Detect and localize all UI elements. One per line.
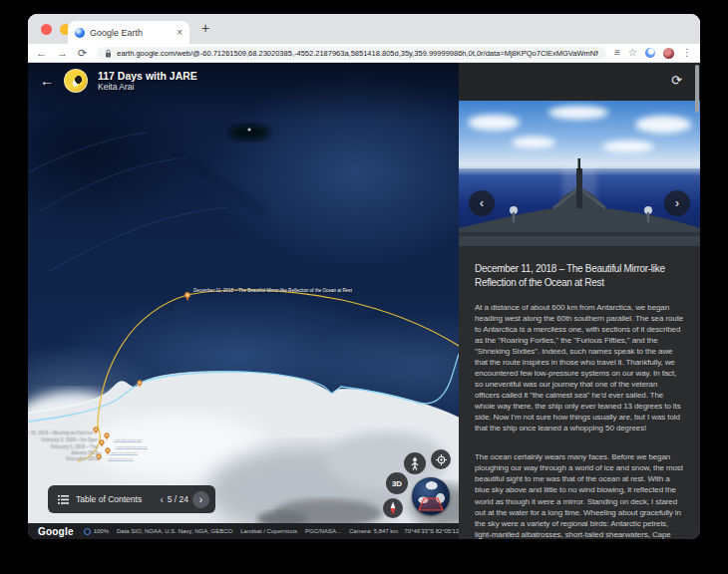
story-author-avatar[interactable] bbox=[64, 69, 88, 93]
map-label-dec[interactable]: December 2018 – bbox=[66, 456, 102, 461]
close-tab-icon[interactable]: × bbox=[177, 27, 182, 38]
photo-next-button[interactable]: › bbox=[664, 190, 690, 216]
page-content: ← 117 Days with JARE Keita Arai December… bbox=[28, 63, 700, 539]
lock-icon bbox=[105, 49, 112, 58]
chapter-paragraph-1: At a distance of about 600 km from Antar… bbox=[475, 302, 684, 433]
map-label-feb1[interactable]: February 1, 2019 – The bbox=[51, 444, 98, 449]
chapter-counter: 5 / 24 bbox=[168, 494, 188, 504]
map-label-jan[interactable]: January 2019 – bbox=[71, 450, 102, 455]
story-panel-header: ⟳ bbox=[459, 63, 700, 101]
back-icon-map[interactable]: ← bbox=[40, 73, 54, 89]
compass-needle-icon bbox=[387, 501, 399, 515]
zoom-circle-icon bbox=[84, 528, 91, 535]
tab-title: Google Earth bbox=[90, 28, 172, 38]
address-bar[interactable]: earth.google.com/web/@-60.71261509,68.23… bbox=[97, 47, 606, 60]
forward-icon[interactable]: → bbox=[57, 48, 68, 59]
attribution-landsat: Landsat / Copernicus bbox=[240, 528, 297, 534]
map-pins bbox=[94, 292, 190, 461]
route-waypoint-label[interactable]: December 11, 2018 – The Beautiful Mirror… bbox=[193, 288, 352, 293]
refresh-icon[interactable]: ⟳ bbox=[671, 73, 682, 88]
camera-altitude: Camera: 5,847 km bbox=[349, 528, 398, 534]
view-frustum-icon bbox=[412, 477, 450, 515]
pegman-icon bbox=[410, 457, 420, 470]
story-title: 117 Days with JARE bbox=[98, 70, 197, 82]
new-tab-button[interactable]: + bbox=[201, 20, 209, 36]
story-text: December 11, 2018 – The Beautiful Mirror… bbox=[459, 246, 700, 539]
google-earth-favicon-icon bbox=[75, 28, 85, 38]
desktop-background: Google Earth × + ← → ⟳ earth.google.com/… bbox=[0, 0, 728, 574]
table-of-contents-bar[interactable]: Table of Contents ‹ 5 / 24 › bbox=[48, 485, 215, 513]
url-text[interactable]: earth.google.com/web/@-60.71261509,68.23… bbox=[117, 49, 598, 58]
zoom-level[interactable]: 100% bbox=[84, 528, 109, 535]
profile-avatar[interactable] bbox=[663, 48, 674, 59]
close-window-button[interactable] bbox=[41, 24, 52, 35]
ocean-photo-graphic bbox=[459, 101, 700, 246]
overview-globe[interactable] bbox=[412, 477, 450, 515]
attribution-pgc: PGC/NASA... bbox=[305, 528, 341, 534]
story-header: ← 117 Days with JARE Keita Arai bbox=[28, 63, 197, 93]
previous-chapter-icon[interactable]: ‹ bbox=[160, 494, 163, 505]
map-label-dec-ja[interactable]: ………………… bbox=[108, 455, 133, 460]
photo-previous-button[interactable]: ‹ bbox=[469, 190, 495, 216]
extension-icon[interactable] bbox=[645, 48, 655, 58]
chapter-paragraph-2: The ocean certainly wears many faces. Be… bbox=[475, 451, 684, 539]
earth-map-area[interactable]: ← 117 Days with JARE Keita Arai December… bbox=[28, 63, 459, 539]
my-location-icon bbox=[436, 454, 447, 465]
reading-list-icon[interactable]: ≡ bbox=[614, 48, 620, 58]
browser-window: Google Earth × + ← → ⟳ earth.google.com/… bbox=[28, 14, 700, 539]
google-logo: Google bbox=[38, 526, 74, 537]
chapter-title: December 11, 2018 – The Beautiful Mirror… bbox=[475, 262, 684, 290]
tab-google-earth[interactable]: Google Earth × bbox=[68, 21, 189, 44]
toc-list-icon bbox=[58, 495, 69, 504]
story-panel: ⟳ bbox=[459, 63, 700, 539]
pegman-streetview-button[interactable] bbox=[404, 452, 426, 474]
browser-toolbar: ← → ⟳ earth.google.com/web/@-60.71261509… bbox=[28, 44, 700, 63]
bookmark-star-icon[interactable]: ☆ bbox=[628, 48, 637, 58]
story-photo: ‹ › bbox=[459, 101, 700, 246]
next-chapter-button[interactable]: › bbox=[192, 491, 209, 508]
story-author: Keita Arai bbox=[98, 82, 197, 92]
back-icon[interactable]: ← bbox=[36, 48, 47, 59]
toc-label: Table of Contents bbox=[76, 494, 153, 504]
panel-scrollbar[interactable] bbox=[695, 65, 699, 113]
map-label-mooring[interactable]: December 16, 2018 – Mooring on Fast Ice bbox=[28, 430, 93, 435]
compass-button[interactable] bbox=[383, 498, 403, 518]
satellite-map[interactable]: ← 117 Days with JARE Keita Arai December… bbox=[28, 63, 459, 523]
map-label-feb1-ja[interactable]: ……………………… bbox=[116, 443, 148, 448]
map-status-bar: Google 100% Data SIO, NOAA, U.S. Navy, N… bbox=[28, 523, 459, 539]
browser-menu-icon[interactable]: ⋮ bbox=[682, 48, 692, 58]
toolbar-right-icons: ≡ ☆ ⋮ bbox=[614, 48, 692, 59]
map-label-feb6[interactable]: February 6, 2019 – Ice Oper bbox=[41, 437, 98, 442]
map-label-feb6-ja[interactable]: …………………… bbox=[114, 436, 142, 441]
attribution-data: Data SIO, NOAA, U.S. Navy, NGA, GEBCO bbox=[117, 528, 232, 534]
browser-titlebar: Google Earth × + bbox=[28, 14, 700, 44]
camera-coordinates: 70°46'33"S 82°05'12"E bbox=[404, 528, 465, 534]
my-location-button[interactable] bbox=[431, 449, 451, 469]
3d-view-button[interactable]: 3D bbox=[386, 472, 408, 494]
map-label-jan-ja[interactable]: …………………… bbox=[110, 449, 138, 454]
reload-icon[interactable]: ⟳ bbox=[78, 48, 87, 59]
